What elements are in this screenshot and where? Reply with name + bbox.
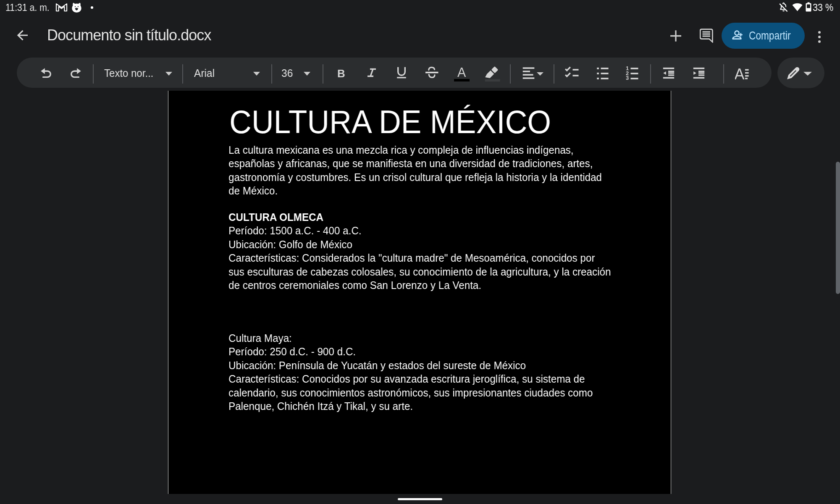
- svg-text:3: 3: [626, 75, 629, 80]
- svg-text:A: A: [735, 68, 745, 79]
